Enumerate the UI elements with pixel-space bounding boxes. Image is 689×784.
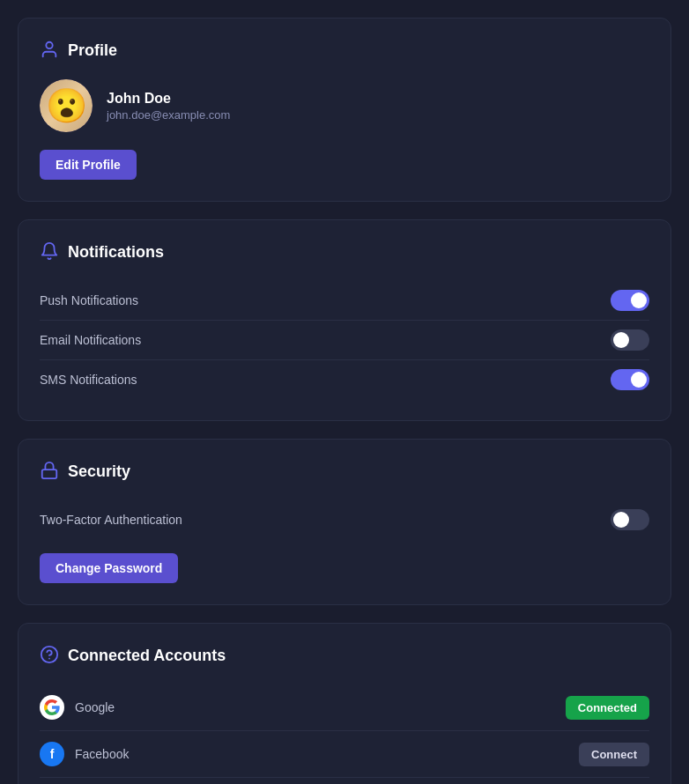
profile-info: John Doe john.doe@example.com [40, 79, 649, 132]
google-connected-button[interactable]: Connected [566, 696, 649, 720]
connected-accounts-title: Connected Accounts [68, 647, 226, 665]
email-notifications-row: Email Notifications [40, 320, 649, 359]
profile-card-header: Profile [40, 40, 649, 62]
security-card-header: Security [40, 461, 649, 483]
facebook-name: Facebook [75, 747, 129, 761]
connected-accounts-card: Connected Accounts Google Connected [18, 623, 671, 784]
facebook-account-left: f Facebook [40, 742, 129, 766]
notifications-card-header: Notifications [40, 241, 649, 263]
two-factor-toggle-slider [611, 509, 649, 530]
facebook-account-row: f Facebook Connect [40, 730, 649, 777]
avatar [40, 79, 93, 132]
profile-card: Profile John Doe john.doe@example.com Ed… [18, 18, 671, 202]
bell-icon [40, 241, 59, 263]
two-factor-row: Two-Factor Authentication [40, 500, 649, 539]
push-notifications-row: Push Notifications [40, 281, 649, 320]
profile-title: Profile [68, 41, 117, 60]
twitter-account-row: Twitter Connected [40, 777, 649, 784]
svg-rect-1 [42, 470, 57, 478]
push-notifications-toggle[interactable] [611, 290, 649, 311]
email-toggle-slider [611, 329, 649, 351]
notifications-title: Notifications [68, 243, 164, 262]
push-toggle-slider [611, 290, 649, 311]
notifications-card: Notifications Push Notifications Email N… [18, 219, 671, 421]
security-card: Security Two-Factor Authentication Chang… [18, 439, 671, 605]
facebook-connect-button[interactable]: Connect [579, 743, 649, 766]
google-account-row: Google Connected [40, 684, 649, 730]
two-factor-toggle[interactable] [611, 509, 649, 530]
lock-icon [40, 461, 59, 483]
sms-notifications-row: SMS Notifications [40, 359, 649, 399]
push-notifications-label: Push Notifications [40, 293, 138, 307]
user-email: john.doe@example.com [107, 108, 230, 122]
sms-notifications-toggle[interactable] [611, 369, 649, 390]
email-notifications-label: Email Notifications [40, 333, 141, 347]
profile-icon [40, 40, 59, 62]
change-password-button[interactable]: Change Password [40, 553, 178, 583]
two-factor-label: Two-Factor Authentication [40, 513, 182, 527]
connected-accounts-header: Connected Accounts [40, 645, 649, 667]
google-icon [40, 695, 64, 720]
help-circle-icon [40, 645, 59, 667]
profile-text: John Doe john.doe@example.com [107, 91, 230, 122]
edit-profile-button[interactable]: Edit Profile [40, 150, 137, 180]
sms-notifications-label: SMS Notifications [40, 373, 137, 387]
facebook-icon: f [40, 742, 64, 766]
security-title: Security [68, 462, 130, 481]
user-name: John Doe [107, 91, 230, 107]
sms-toggle-slider [611, 369, 649, 390]
google-account-left: Google [40, 695, 115, 720]
email-notifications-toggle[interactable] [611, 329, 649, 351]
google-name: Google [75, 700, 115, 714]
svg-point-0 [46, 42, 52, 48]
